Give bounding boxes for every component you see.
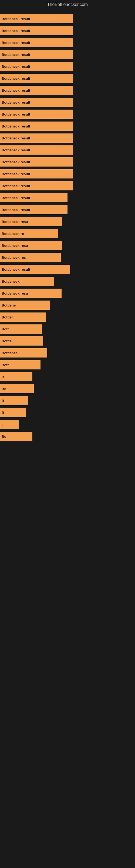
bar-row: Bottlene [0,300,135,310]
bar-row: Bottleneck result [0,37,135,48]
bar-row: Bottleneck result [0,121,135,131]
bottleneck-bar[interactable]: Bottlenec [0,348,47,358]
bottleneck-bar[interactable]: Bottleneck result [0,169,73,179]
bar-row: Bottleneck result [0,109,135,119]
bar-row: Bott [0,360,135,370]
bar-row: Bottleneck resu [0,288,135,299]
bottleneck-bar[interactable]: | [0,420,19,429]
bar-row: Bottleneck result [0,50,135,60]
bottleneck-bar[interactable]: Bottleneck result [0,14,73,23]
bottleneck-bar[interactable]: Bottleneck result [0,110,73,119]
bar-row: Bottleneck result [0,133,135,143]
bar-row: Bottleneck resu [0,216,135,227]
bottleneck-bar[interactable]: Bottleneck result [0,265,70,274]
bar-row: B [0,407,135,418]
bottleneck-bar[interactable]: Bottleneck result [0,62,73,71]
bottleneck-bar[interactable]: Bottleneck resu [0,217,62,226]
bar-row: | [0,420,135,430]
bottleneck-bar[interactable]: Bott [0,324,42,334]
bar-row: Bottleneck result [0,205,135,215]
bar-row: Bottleneck result [0,85,135,95]
bar-row: Bottleneck result [0,264,135,275]
bottleneck-bar[interactable]: Bott [0,360,41,369]
bar-row: Bo [0,383,135,394]
bottleneck-bar[interactable]: Bottlene [0,301,50,310]
bottleneck-bar[interactable]: Bo [0,384,34,393]
bottleneck-bar[interactable]: Bottleneck re [0,229,58,238]
bar-row: Bottleneck result [0,26,135,36]
bar-row: Bottleneck result [0,193,135,203]
bottleneck-bar[interactable]: Bottleneck result [0,50,73,59]
bottleneck-bar[interactable]: Bottleneck result [0,181,73,190]
bottleneck-bar[interactable]: Bottleneck result [0,122,73,131]
bottleneck-bar[interactable]: Bottleneck resu [0,241,62,250]
bar-row: Bottler [0,312,135,322]
bottleneck-bar[interactable]: B [0,372,32,381]
bottleneck-bar[interactable]: Bottleneck resu [0,289,61,298]
bottleneck-bar[interactable]: Bo [0,432,32,441]
bar-row: Bottleneck res [0,252,135,262]
bottleneck-bar[interactable]: Bottleneck result [0,205,68,214]
bar-row: Bottleneck result [0,157,135,167]
bar-row: Bottleneck result [0,97,135,107]
bar-row: Bo [0,431,135,442]
bar-row: Bottleneck result [0,61,135,72]
bars-container: Bottleneck resultBottleneck resultBottle… [0,9,135,446]
bar-row: Bottlenec [0,348,135,358]
bar-row: Bottleneck result [0,169,135,179]
bar-row: Bottle [0,336,135,346]
bottleneck-bar[interactable]: Bottleneck res [0,253,61,262]
bottleneck-bar[interactable]: Bottleneck result [0,86,73,95]
bar-row: Bottleneck result [0,145,135,155]
bottleneck-bar[interactable]: Bottleneck result [0,157,73,166]
bar-row: Bottleneck re [0,228,135,239]
site-title: TheBottlenecker.com [0,0,135,9]
bar-row: Bottleneck result [0,13,135,24]
bottleneck-bar[interactable]: Bottleneck result [0,38,73,47]
bottleneck-bar[interactable]: B [0,396,28,405]
bottleneck-bar[interactable]: Bottleneck r [0,277,54,286]
bar-row: Bottleneck result [0,181,135,191]
bottleneck-bar[interactable]: Bottleneck result [0,26,73,35]
bottleneck-bar[interactable]: Bottleneck result [0,74,73,83]
bottleneck-bar[interactable]: Bottler [0,312,46,322]
bar-row: Bottleneck result [0,73,135,84]
bottleneck-bar[interactable]: Bottleneck result [0,193,68,203]
bar-row: B [0,372,135,382]
bar-row: Bottleneck r [0,276,135,286]
bottleneck-bar[interactable]: Bottleneck result [0,98,73,107]
bottleneck-bar[interactable]: B [0,408,26,417]
bottleneck-bar[interactable]: Bottleneck result [0,145,73,155]
bottleneck-bar[interactable]: Bottleneck result [0,133,73,143]
bar-row: Bottleneck resu [0,240,135,251]
bar-row: B [0,396,135,406]
bottleneck-bar[interactable]: Bottle [0,336,43,346]
bar-row: Bott [0,324,135,334]
